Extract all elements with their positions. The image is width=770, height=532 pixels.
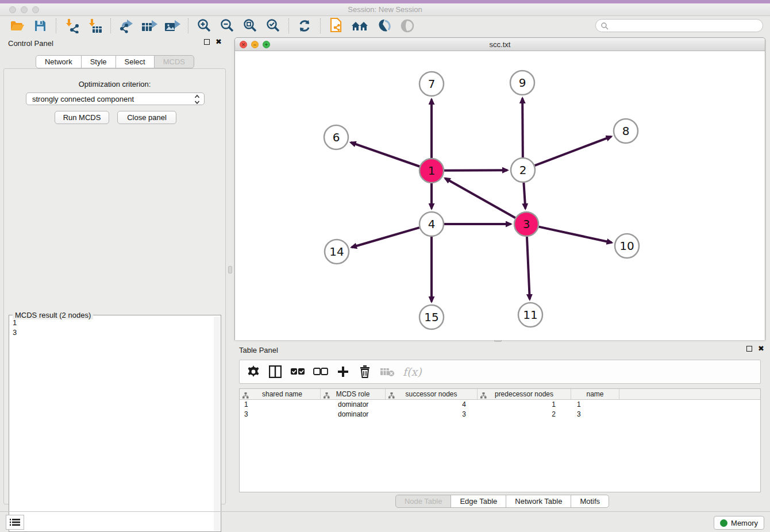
- refresh-layout-icon[interactable]: [296, 17, 313, 34]
- graph-edge-2-9[interactable]: [522, 98, 523, 157]
- cell-name[interactable]: 1: [571, 400, 619, 410]
- maximize-light[interactable]: [32, 6, 39, 13]
- graph-edge-4-14[interactable]: [352, 228, 419, 247]
- cell-predecessor-nodes[interactable]: 2: [478, 410, 571, 419]
- graph-edge-3-10[interactable]: [538, 227, 611, 243]
- graph-node-2[interactable]: 2: [511, 158, 535, 182]
- visual-styles-icon[interactable]: [376, 17, 393, 34]
- graph-edge-3-1[interactable]: [445, 178, 515, 218]
- column-header-shared-name[interactable]: shared name: [240, 389, 321, 399]
- column-header-mcds-role[interactable]: MCDS role: [321, 389, 386, 399]
- first-neighbors-icon[interactable]: [351, 17, 370, 34]
- network-close-icon[interactable]: ✕: [240, 41, 247, 48]
- delete-table-icon[interactable]: [380, 363, 395, 380]
- show-hide-icon[interactable]: [399, 17, 416, 34]
- cell-mcds-role[interactable]: dominator: [321, 400, 386, 410]
- tab-network-table[interactable]: Network Table: [506, 495, 571, 508]
- cell-successor-nodes[interactable]: 4: [386, 400, 478, 410]
- export-network-icon[interactable]: [118, 17, 135, 34]
- node-table[interactable]: shared name MCDS role successor nodes pr…: [239, 388, 761, 492]
- tab-style[interactable]: Style: [81, 55, 116, 68]
- graph-edge-3-11[interactable]: [527, 237, 530, 299]
- zoom-in-icon[interactable]: [195, 17, 213, 34]
- close-panel-icon[interactable]: ✖: [215, 39, 222, 45]
- graph-edge-2-8[interactable]: [535, 137, 611, 166]
- svg-text:7: 7: [428, 77, 436, 91]
- minimize-light[interactable]: [21, 6, 28, 13]
- mcds-scrollbar[interactable]: [214, 317, 220, 531]
- clone-network-icon[interactable]: [328, 17, 345, 34]
- task-history-button[interactable]: [6, 515, 24, 530]
- open-session-icon[interactable]: [9, 17, 26, 34]
- close-light[interactable]: [9, 6, 16, 13]
- network-minimize-icon[interactable]: −: [251, 41, 259, 48]
- tab-network[interactable]: Network: [36, 55, 82, 68]
- graph-edge-1-6[interactable]: [351, 142, 419, 167]
- zoom-selected-icon[interactable]: [264, 17, 282, 34]
- export-image-icon[interactable]: [164, 17, 181, 34]
- graph-node-9[interactable]: 9: [510, 71, 534, 95]
- tab-mcds[interactable]: MCDS: [154, 55, 194, 68]
- tab-select[interactable]: Select: [116, 55, 155, 68]
- zoom-fit-icon[interactable]: [241, 17, 259, 34]
- tab-node-table[interactable]: Node Table: [395, 495, 452, 508]
- graph-node-1[interactable]: 1: [419, 159, 444, 183]
- close-panel-button[interactable]: Close panel: [117, 111, 176, 124]
- network-window-titlebar[interactable]: ✕ − + scc.txt: [235, 38, 765, 51]
- criterion-dropdown[interactable]: strongly connected component: [26, 92, 205, 105]
- graph-node-6[interactable]: 6: [324, 125, 348, 149]
- graph-node-15[interactable]: 15: [419, 305, 444, 329]
- cell-shared-name[interactable]: 3: [240, 410, 321, 419]
- export-table-icon[interactable]: [141, 17, 158, 34]
- delete-row-icon[interactable]: [358, 363, 372, 380]
- memory-button[interactable]: Memory: [714, 516, 764, 530]
- table-panel-tabs: Node Table Edge Table Network Table Moti…: [234, 495, 770, 508]
- window-title: Session: New Session: [0, 3, 770, 16]
- cell-successor-nodes[interactable]: 3: [386, 410, 478, 419]
- control-panel-header: Control Panel ✖: [0, 36, 230, 51]
- graph-node-8[interactable]: 8: [614, 119, 638, 143]
- search-box[interactable]: [595, 19, 763, 32]
- traffic-lights[interactable]: [9, 6, 39, 13]
- graph-node-11[interactable]: 11: [518, 303, 542, 327]
- float-panel-icon[interactable]: [204, 39, 210, 45]
- graph-node-10[interactable]: 10: [615, 234, 639, 258]
- cell-shared-name[interactable]: 1: [240, 400, 321, 410]
- svg-text:3: 3: [523, 217, 530, 231]
- add-row-icon[interactable]: [336, 363, 350, 380]
- network-canvas[interactable]: 1234678910111415: [235, 51, 765, 340]
- network-maximize-icon[interactable]: +: [263, 41, 270, 48]
- deselect-all-rows-icon[interactable]: [313, 363, 328, 380]
- function-builder-icon[interactable]: f(x): [403, 363, 422, 380]
- import-table-icon[interactable]: [86, 17, 103, 34]
- vertical-split-grip[interactable]: [228, 266, 232, 273]
- tab-edge-table[interactable]: Edge Table: [451, 495, 506, 508]
- graph-node-4[interactable]: 4: [419, 212, 444, 236]
- table-row[interactable]: 3 dominator 3 2 3: [240, 410, 760, 419]
- graph-edge-2-3[interactable]: [523, 183, 525, 209]
- graph-edge-1-2[interactable]: [444, 170, 507, 171]
- settings-gear-icon[interactable]: [247, 363, 260, 380]
- save-session-icon[interactable]: [32, 17, 49, 34]
- tab-motifs[interactable]: Motifs: [571, 495, 609, 508]
- run-mcds-button[interactable]: Run MCDS: [55, 111, 109, 124]
- column-header-name[interactable]: name: [571, 389, 619, 399]
- search-input[interactable]: [609, 22, 752, 30]
- cell-mcds-role[interactable]: dominator: [321, 410, 386, 419]
- graph-node-14[interactable]: 14: [325, 240, 349, 264]
- close-table-panel-icon[interactable]: ✖: [758, 346, 764, 352]
- table-row[interactable]: 1 dominator 4 1 1: [240, 400, 760, 410]
- float-table-panel-icon[interactable]: [746, 346, 752, 352]
- column-header-successor-nodes[interactable]: successor nodes: [386, 389, 478, 399]
- column-header-predecessor-nodes[interactable]: predecessor nodes: [478, 389, 571, 399]
- cell-predecessor-nodes[interactable]: 1: [478, 400, 571, 410]
- zoom-out-icon[interactable]: [218, 17, 236, 34]
- cell-name[interactable]: 3: [571, 410, 619, 419]
- import-network-icon[interactable]: [63, 17, 80, 34]
- select-all-rows-icon[interactable]: [290, 363, 305, 380]
- column-layout-icon[interactable]: [268, 363, 282, 380]
- mcds-result-text[interactable]: 1 3: [10, 317, 213, 531]
- toolbar-separator: [320, 18, 321, 33]
- graph-node-3[interactable]: 3: [514, 212, 538, 236]
- graph-node-7[interactable]: 7: [419, 72, 444, 96]
